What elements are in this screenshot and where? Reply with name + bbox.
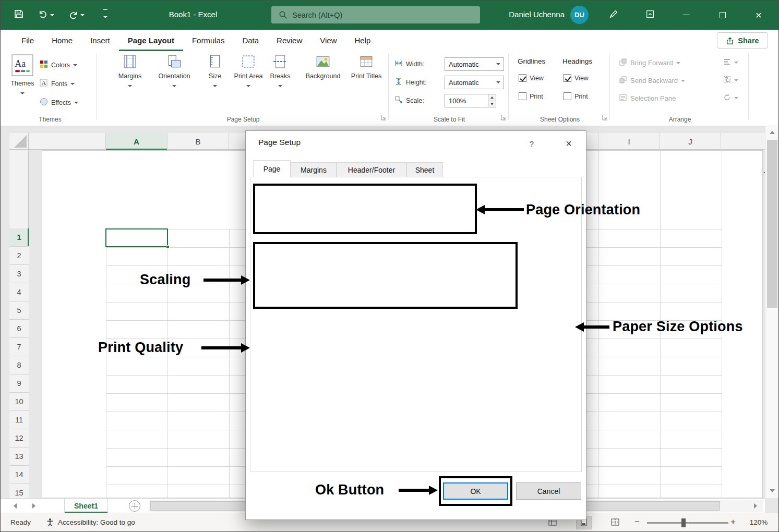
sheet-nav-right-button[interactable]: [26, 499, 42, 513]
column-header-i[interactable]: I: [598, 133, 660, 150]
tab-page-layout[interactable]: Page Layout: [119, 30, 183, 51]
row-header-10[interactable]: 10: [9, 393, 29, 411]
send-backward-button[interactable]: Send Backward: [619, 76, 685, 86]
scroll-down-button[interactable]: [765, 485, 779, 497]
dialog-close-button[interactable]: ×: [560, 136, 578, 151]
status-accessibility[interactable]: Accessibility: Good to go: [58, 518, 135, 526]
background-button[interactable]: Background: [299, 54, 347, 80]
row-header-11[interactable]: 11: [9, 411, 29, 429]
dialog-tab-header-footer[interactable]: Header/Footer: [337, 162, 406, 177]
ribbon-display-options-button[interactable]: [640, 0, 661, 30]
active-cell-a1[interactable]: [105, 228, 168, 247]
sheet-options-dialog-launcher[interactable]: [602, 113, 608, 123]
zoom-in-button[interactable]: +: [730, 517, 736, 527]
dialog-help-button[interactable]: ?: [524, 136, 540, 151]
row-header-5[interactable]: 5: [9, 301, 29, 320]
share-button[interactable]: Share: [717, 32, 768, 49]
breaks-button[interactable]: Breaks: [266, 54, 295, 89]
headings-print-checkbox[interactable]: Print: [564, 92, 588, 100]
page-setup-dialog-launcher[interactable]: [381, 113, 387, 123]
annotation-arrow-right-icon: [429, 486, 438, 495]
bring-forward-button[interactable]: Bring Forward: [619, 58, 680, 68]
headings-view-checkbox[interactable]: View: [564, 74, 589, 82]
row-header-7[interactable]: 7: [9, 338, 29, 356]
row-header-3[interactable]: 3: [9, 265, 29, 283]
row-header-4[interactable]: 4: [9, 283, 29, 301]
row-label: 11: [15, 416, 23, 424]
zoom-out-button[interactable]: −: [634, 517, 640, 527]
width-dropdown[interactable]: Automatic: [445, 57, 504, 71]
sheet-tab-sheet1[interactable]: Sheet1: [64, 499, 108, 513]
scale-value: 100%: [449, 97, 466, 105]
margins-button[interactable]: Margins: [114, 54, 146, 89]
customize-quick-access-toolbar-button[interactable]: [96, 0, 115, 30]
selection-pane-button[interactable]: Selection Pane: [619, 93, 676, 103]
zoom-slider-track[interactable]: [647, 522, 728, 524]
save-button[interactable]: [9, 0, 28, 30]
tab-home[interactable]: Home: [43, 30, 81, 51]
tab-review[interactable]: Review: [268, 30, 311, 51]
tab-view[interactable]: View: [311, 30, 345, 51]
size-button[interactable]: Size: [203, 54, 227, 89]
scale-spinner[interactable]: 100%: [445, 94, 488, 107]
rotate-button[interactable]: [723, 93, 738, 103]
column-header-a[interactable]: A: [105, 133, 167, 150]
add-sheet-button[interactable]: [129, 500, 140, 512]
close-button[interactable]: ×: [746, 0, 771, 30]
tab-help[interactable]: Help: [346, 30, 380, 51]
effects-button[interactable]: Effects: [40, 98, 78, 107]
row-header-13[interactable]: 13: [9, 448, 29, 466]
row-header-14[interactable]: 14: [9, 466, 29, 484]
height-dropdown[interactable]: Automatic: [445, 76, 504, 89]
zoom-level[interactable]: 120%: [744, 518, 773, 526]
ok-button[interactable]: OK: [443, 482, 508, 500]
row-header-2[interactable]: 2: [9, 247, 29, 265]
column-header-b[interactable]: B: [167, 133, 229, 150]
select-all-corner[interactable]: [9, 133, 29, 150]
gridlines-view-checkbox[interactable]: View: [519, 74, 544, 82]
search-input[interactable]: Search (Alt+Q): [271, 6, 480, 23]
row-header-8[interactable]: 8: [9, 356, 29, 374]
scroll-up-button[interactable]: [765, 126, 779, 139]
column-header-j[interactable]: J: [660, 133, 721, 150]
group-objects-button[interactable]: [723, 76, 738, 85]
selection-pane-label: Selection Pane: [630, 94, 676, 102]
page-break-preview-button[interactable]: [607, 516, 623, 529]
row-header-6[interactable]: 6: [9, 320, 29, 338]
row-header-1[interactable]: 1: [9, 228, 29, 247]
tab-insert[interactable]: Insert: [81, 30, 119, 51]
close-icon: ×: [566, 138, 572, 150]
sheet-nav-left-button[interactable]: [7, 499, 23, 513]
scale-spin-buttons[interactable]: [488, 94, 496, 107]
undo-button[interactable]: [34, 0, 57, 30]
tab-formulas[interactable]: Formulas: [183, 30, 234, 51]
dialog-tab-margins[interactable]: Margins: [291, 162, 337, 177]
print-area-button[interactable]: Print Area: [233, 54, 263, 89]
fonts-button[interactable]: A Fonts: [40, 79, 75, 89]
colors-button[interactable]: Colors: [40, 60, 77, 70]
scale-to-fit-dialog-launcher[interactable]: [501, 113, 507, 123]
tab-data[interactable]: Data: [233, 30, 268, 51]
redo-button[interactable]: [65, 0, 88, 30]
column-header-partial[interactable]: [229, 133, 245, 150]
pen-button[interactable]: [603, 0, 624, 30]
gridlines-print-checkbox[interactable]: Print: [519, 92, 543, 100]
row-header-9[interactable]: 9: [9, 374, 29, 393]
row-header-12[interactable]: 12: [9, 429, 29, 448]
dialog-tab-sheet[interactable]: Sheet: [406, 162, 443, 177]
cancel-button[interactable]: Cancel: [516, 482, 581, 500]
vertical-scrollbar[interactable]: [765, 126, 779, 498]
vertical-scroll-thumb[interactable]: [767, 140, 777, 308]
orientation-button[interactable]: Orientation: [154, 54, 195, 89]
scroll-right-button[interactable]: [749, 500, 762, 512]
align-button[interactable]: [723, 58, 738, 67]
zoom-slider-thumb[interactable]: [681, 518, 686, 527]
print-titles-button[interactable]: Print Titles: [350, 54, 382, 80]
fill-handle[interactable]: [166, 245, 170, 249]
avatar[interactable]: DU: [570, 6, 589, 24]
minimize-button[interactable]: [674, 0, 698, 30]
themes-button[interactable]: Aa Themes: [7, 54, 38, 96]
dialog-tab-page[interactable]: Page: [253, 160, 291, 178]
maximize-button[interactable]: [711, 0, 735, 30]
tab-file[interactable]: File: [13, 30, 43, 51]
